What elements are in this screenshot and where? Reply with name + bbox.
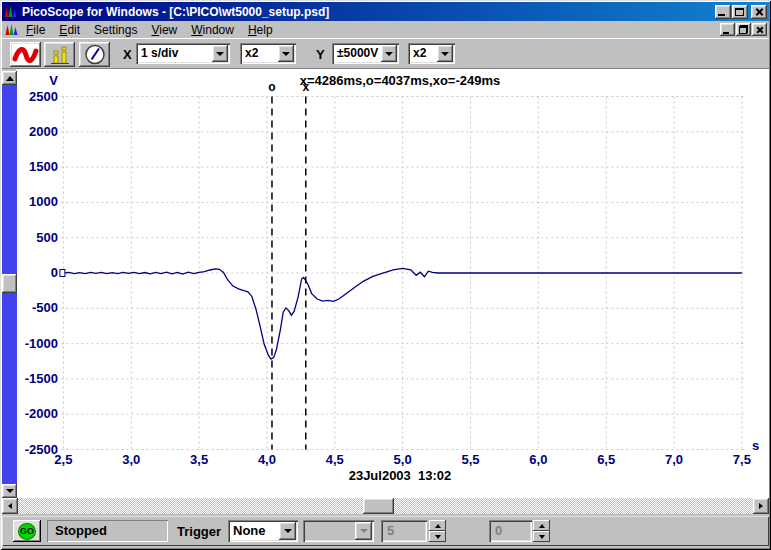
horizontal-scroll-thumb[interactable] bbox=[363, 498, 394, 514]
mdi-close-button[interactable] bbox=[752, 23, 767, 36]
close-icon bbox=[755, 7, 764, 16]
cursor-marker-x[interactable]: x bbox=[300, 80, 312, 94]
x-tick-label: 4,0 bbox=[247, 452, 287, 467]
menu-bar-items: FileEditSettingsViewWindowHelp bbox=[19, 22, 280, 38]
menu-item-window[interactable]: Window bbox=[184, 22, 241, 38]
arrow-up-icon bbox=[435, 524, 441, 528]
chevron-down-icon bbox=[360, 529, 368, 533]
arrow-down-icon bbox=[6, 489, 14, 493]
x-axis-unit-label: s bbox=[752, 438, 759, 453]
status-spinbox-2[interactable]: 0 bbox=[489, 520, 532, 542]
horizontal-scrollbar[interactable] bbox=[2, 498, 769, 514]
dropdown-button bbox=[355, 522, 372, 540]
status-spinbox-1[interactable]: 5 bbox=[381, 520, 427, 542]
meter-gauge-icon bbox=[83, 43, 107, 66]
spectrum-view-button[interactable] bbox=[44, 42, 75, 67]
menu-item-view[interactable]: View bbox=[144, 22, 184, 38]
trigger-label: Trigger bbox=[177, 524, 221, 539]
trace-start-marker bbox=[60, 270, 65, 277]
vertical-scroll-thumb[interactable] bbox=[2, 274, 17, 293]
scroll-right-button[interactable] bbox=[753, 498, 769, 514]
dropdown-button[interactable] bbox=[381, 45, 397, 62]
chevron-down-icon bbox=[284, 529, 292, 533]
x-axis-control-label: X bbox=[123, 47, 132, 62]
trigger-mode-select[interactable]: None bbox=[228, 520, 298, 542]
menu-bar: FileEditSettingsViewWindowHelp bbox=[2, 21, 769, 38]
waveform-plot[interactable] bbox=[0, 70, 771, 498]
timebase-select[interactable]: 1 s/div bbox=[136, 43, 230, 64]
chevron-down-icon bbox=[441, 52, 449, 56]
sine-wave-icon bbox=[12, 44, 39, 65]
cursor-marker-o[interactable]: o bbox=[266, 80, 278, 94]
maximize-icon bbox=[735, 8, 744, 16]
status-text: Stopped bbox=[47, 520, 168, 542]
dropdown-button[interactable] bbox=[212, 45, 228, 62]
cursor-readout: x=4286ms,o=4037ms,xo=-249ms bbox=[30, 73, 770, 88]
chart-timestamp: 23Jul2003 13:02 bbox=[30, 468, 770, 483]
x-tick-label: 7,5 bbox=[722, 452, 762, 467]
go-button[interactable]: GO bbox=[13, 520, 41, 542]
dropdown-button[interactable] bbox=[279, 522, 296, 540]
y-multiplier-select[interactable]: x2 bbox=[408, 43, 455, 64]
x-tick-label: 7,0 bbox=[654, 452, 694, 467]
x-tick-label: 5,0 bbox=[383, 452, 423, 467]
spectrum-bars-icon bbox=[48, 44, 72, 65]
minimize-button[interactable] bbox=[715, 5, 731, 19]
go-button-label: GO bbox=[18, 523, 36, 540]
status-bar: GO Stopped Trigger None 5 0 bbox=[2, 516, 769, 546]
vertical-scrollbar[interactable] bbox=[2, 71, 17, 498]
dropdown-button[interactable] bbox=[437, 45, 453, 62]
scroll-left-button[interactable] bbox=[2, 498, 18, 514]
spin-down-button[interactable] bbox=[533, 531, 550, 542]
maximize-button[interactable] bbox=[732, 5, 748, 19]
arrow-down-icon bbox=[539, 535, 545, 539]
y-axis-control-label: Y bbox=[316, 47, 325, 62]
arrow-up-icon bbox=[6, 76, 14, 81]
x-tick-label: 6,5 bbox=[586, 452, 626, 467]
trigger-secondary-select bbox=[303, 520, 374, 542]
x-multiplier-select[interactable]: x2 bbox=[240, 43, 296, 64]
scroll-down-button[interactable] bbox=[2, 484, 17, 498]
menu-item-edit[interactable]: Edit bbox=[52, 22, 87, 38]
spin-up-button[interactable] bbox=[429, 520, 446, 531]
spin-up-button[interactable] bbox=[533, 520, 550, 531]
app-icon bbox=[4, 5, 18, 18]
status-spinbox-2-buttons[interactable] bbox=[533, 520, 550, 542]
mdi-document-icon bbox=[5, 23, 19, 36]
mdi-close-icon bbox=[756, 26, 764, 34]
x-tick-label: 2,5 bbox=[43, 452, 83, 467]
close-button[interactable] bbox=[751, 5, 767, 19]
x-tick-label: 6,0 bbox=[518, 452, 558, 467]
mdi-restore-icon bbox=[739, 25, 748, 34]
toolbar: X 1 s/div x2 Y ±5000V x2 bbox=[2, 38, 769, 69]
menu-item-settings[interactable]: Settings bbox=[87, 22, 144, 38]
mdi-minimize-button[interactable] bbox=[720, 23, 735, 36]
x-tick-label: 4,5 bbox=[315, 452, 355, 467]
scope-view-button[interactable] bbox=[10, 42, 41, 67]
chevron-down-icon bbox=[282, 52, 290, 56]
scroll-up-button[interactable] bbox=[2, 71, 17, 85]
picoscope-window: PicoScope for Windows - [C:\PICO\wt5000_… bbox=[0, 0, 771, 550]
arrow-down-icon bbox=[435, 535, 441, 539]
menu-item-file[interactable]: File bbox=[19, 22, 52, 38]
spin-down-button[interactable] bbox=[429, 531, 446, 542]
dropdown-button[interactable] bbox=[278, 45, 294, 62]
arrow-up-icon bbox=[539, 524, 545, 528]
y-range-select[interactable]: ±5000V bbox=[332, 43, 399, 64]
x-tick-label: 3,5 bbox=[179, 452, 219, 467]
window-title: PicoScope for Windows - [C:\PICO\wt5000_… bbox=[22, 5, 329, 19]
minimize-icon bbox=[718, 14, 725, 16]
mdi-minimize-icon bbox=[723, 32, 729, 34]
menu-item-help[interactable]: Help bbox=[241, 22, 280, 38]
status-spinbox-1-buttons[interactable] bbox=[429, 520, 446, 542]
x-tick-label: 3,0 bbox=[111, 452, 151, 467]
chevron-down-icon bbox=[385, 52, 393, 56]
arrow-left-icon bbox=[8, 503, 12, 509]
title-bar[interactable]: PicoScope for Windows - [C:\PICO\wt5000_… bbox=[2, 2, 769, 21]
arrow-right-icon bbox=[759, 503, 763, 509]
mdi-restore-button[interactable] bbox=[736, 23, 751, 36]
meter-view-button[interactable] bbox=[79, 42, 110, 67]
chevron-down-icon bbox=[216, 52, 224, 56]
x-tick-label: 5,5 bbox=[451, 452, 491, 467]
